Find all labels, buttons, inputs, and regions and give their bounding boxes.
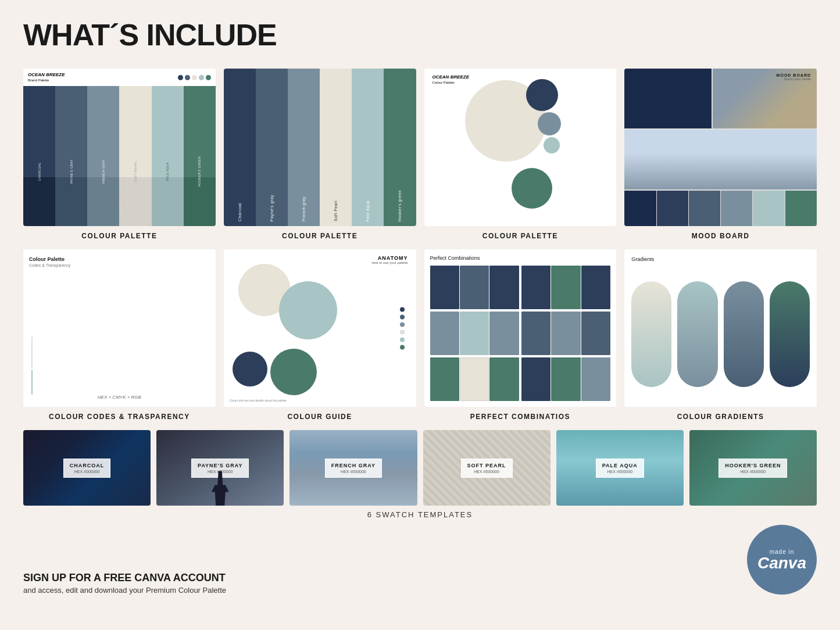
swatch-paleaqua-hex: HEX #000000	[602, 470, 638, 474]
bar-hookers: HOOKER'S GREEN	[184, 86, 216, 226]
palette1-content: OCEAN BREEZEBrand Palette CHARCOAL	[23, 69, 216, 226]
cs5	[551, 266, 580, 309]
swatch-softpearl: SOFT PEARL HEX #000000	[423, 430, 551, 506]
card-colour-palette-2: Charcoal Payne's gray French gray Soft P…	[224, 69, 416, 240]
dot-paynes	[185, 75, 190, 80]
bar-aqua: PALE AQUA	[152, 86, 184, 226]
cs13	[430, 357, 459, 401]
hex-bar-aqua	[31, 370, 33, 395]
gradient-bars-container	[631, 268, 810, 400]
cs8	[460, 312, 489, 355]
card-colour-guide: ANATOMY how to use your palette Colour i…	[224, 249, 416, 421]
circle-hookers	[512, 168, 552, 209]
guide-card: ANATOMY how to use your palette Colour i…	[224, 249, 416, 407]
section-2-grid: Colour Palette Codes & Transparency HEX …	[23, 249, 817, 421]
swatch-french-name: FRENCH GRAY	[331, 463, 376, 468]
swatch-softpearl-hex: HEX #000000	[467, 470, 506, 474]
swatch-paynes: PAYNE'S GRAY HEX #000000	[156, 430, 284, 506]
signup-heading: SIGN UP FOR A FREE CANVA ACCOUNT	[23, 572, 226, 584]
swatch-paleaqua-name: PALE AQUA	[602, 463, 638, 468]
anat-dot-6	[400, 345, 405, 349]
card-label-2: COLOUR PALETTE	[224, 232, 416, 240]
anat-dot-1	[400, 307, 405, 312]
swatch-charcoal-hex: HEX #000000	[70, 470, 105, 474]
palette1-bars: CHARCOAL PAYNE'S GRAY FRENCH GRAY	[23, 86, 216, 226]
cs3	[489, 266, 519, 309]
swatch-charcoal: CHARCOAL HEX #000000	[23, 430, 151, 506]
circle-navy	[526, 79, 558, 111]
swatch-french: FRENCH GRAY HEX #000000	[289, 430, 417, 506]
cs6	[581, 266, 610, 309]
pblock-hookers: Hooker's green	[384, 69, 416, 226]
combo-5	[430, 357, 519, 401]
swatches-section: CHARCOAL HEX #000000 PAYNE'S GRAY HEX #0…	[23, 430, 817, 519]
pblock-charcoal: Charcoal	[224, 69, 256, 226]
pblock-pearl: Soft Pearl	[320, 69, 352, 226]
cs7	[430, 312, 459, 355]
grad-bar-4	[770, 281, 810, 387]
signup-text: SIGN UP FOR A FREE CANVA ACCOUNT and acc…	[23, 572, 226, 595]
pblock-french: French gray	[288, 69, 320, 226]
hex-card-sub: Codes & Transparency	[29, 263, 70, 267]
swatch-hookers-hex: HEX #000000	[725, 470, 781, 474]
ocean-breeze-title: OCEAN BREEZEBrand Palette	[28, 72, 65, 83]
dot-hookers	[206, 75, 211, 80]
mb-sw1	[624, 191, 656, 227]
mb-mountain	[624, 130, 817, 189]
swatch-paleaqua-overlay: PALE AQUA HEX #000000	[596, 459, 644, 478]
grad-bar-1	[631, 281, 671, 387]
combos-grid	[430, 266, 611, 401]
swatch-hookers-overlay: HOOKER'S GREEN HEX #000000	[719, 459, 787, 478]
anat-dot-5	[400, 337, 405, 342]
mb-sw4	[721, 191, 752, 227]
page-title: WHAT´S INCLUDE	[23, 17, 817, 52]
bar-french: FRENCH GRAY	[87, 86, 119, 226]
bottom-section: SIGN UP FOR A FREE CANVA ACCOUNT and acc…	[23, 525, 817, 595]
grad-bar-3	[724, 281, 764, 387]
card-label-5: COLOUR CODES & TRASPARENCY	[23, 413, 216, 421]
mb-sw6	[785, 191, 817, 227]
cs2	[460, 266, 489, 309]
palette3: OCEAN BREEZEColour Palette	[424, 69, 617, 226]
cs18	[581, 357, 610, 401]
card-label-7: PERFECT COMBINATIOS	[424, 413, 617, 421]
bar-pearl: SOFT PEARL	[119, 86, 151, 226]
card-label-8: COLOUR GRADIENTS	[624, 413, 817, 421]
combos-card: Perfect Combinations	[424, 249, 617, 407]
swatches-label: 6 SWATCH TEMPLATES	[23, 510, 817, 519]
cs9	[489, 312, 519, 355]
cs4	[521, 266, 551, 309]
swatch-hookers: HOOKER'S GREEN HEX #000000	[689, 430, 817, 506]
bar-charcoal: CHARCOAL	[23, 86, 55, 226]
dot-pearl	[192, 75, 197, 80]
moodboard-grid	[624, 69, 817, 226]
palette1-header: OCEAN BREEZEBrand Palette	[23, 69, 216, 86]
combo-2	[521, 266, 610, 309]
combo-3	[430, 312, 519, 355]
swatch-softpearl-name: SOFT PEARL	[467, 463, 506, 468]
hex-label: HEX + CMYK + RGB	[98, 395, 141, 400]
hex-group-2	[31, 337, 33, 395]
anat-circle-navy	[233, 352, 267, 386]
anatomy-header: ANATOMY how to use your palette	[371, 255, 408, 264]
section-1-grid: OCEAN BREEZEBrand Palette CHARCOAL	[23, 69, 817, 240]
hex-bar-pearl	[31, 337, 33, 368]
swatch-charcoal-overlay: CHARCOAL HEX #000000	[63, 459, 111, 478]
anat-dot-2	[400, 314, 405, 319]
anat-circle-aqua	[279, 281, 337, 339]
moodboard-title-label: MOOD BOARD	[777, 73, 811, 77]
circle-gray	[538, 112, 561, 135]
mb-sw2	[657, 191, 688, 227]
anat-dot-4	[400, 330, 405, 334]
card-perfect-combos: Perfect Combinations	[424, 249, 617, 421]
hex-card-title: Colour Palette	[29, 256, 65, 262]
hex-card: Colour Palette Codes & Transparency HEX …	[23, 249, 216, 407]
card-colour-gradients: Gradients COLOUR GRADIENTS	[624, 249, 817, 421]
brand-colour-label: Brand Colour Palette	[784, 77, 811, 81]
cs12	[581, 312, 610, 355]
anat-footnote: Colour info text and details about the p…	[230, 399, 335, 402]
dot-aqua	[199, 75, 204, 80]
combo-6	[521, 357, 610, 401]
combo-1	[430, 266, 519, 309]
swatch-paynes-name: PAYNE'S GRAY	[198, 463, 242, 468]
